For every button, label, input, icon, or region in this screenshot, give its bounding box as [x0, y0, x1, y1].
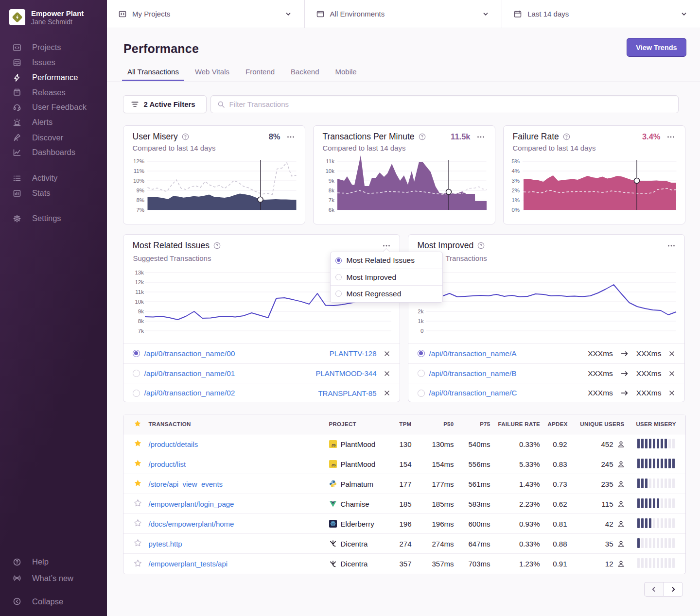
svg-text:3%: 3% [511, 178, 520, 184]
svg-text:8%: 8% [136, 197, 144, 203]
svg-text:9k: 9k [138, 308, 143, 314]
svg-text:11k: 11k [135, 289, 144, 295]
svg-text:1%: 1% [511, 197, 520, 203]
svg-text:10k: 10k [325, 168, 334, 174]
svg-text:10%: 10% [133, 178, 144, 184]
svg-text:12%: 12% [133, 158, 144, 164]
svg-text:10k: 10k [135, 299, 144, 305]
svg-text:9%: 9% [136, 188, 144, 193]
svg-text:6k: 6k [328, 207, 334, 213]
svg-text:8k: 8k [328, 188, 334, 193]
svg-text:13k: 13k [135, 270, 144, 275]
svg-text:9k: 9k [328, 178, 334, 184]
svg-text:2%: 2% [511, 188, 520, 193]
svg-text:JS: JS [331, 443, 335, 447]
svg-text:7k: 7k [328, 197, 334, 203]
svg-text:2k: 2k [418, 308, 423, 314]
svg-text:JS: JS [331, 463, 335, 467]
svg-text:7%: 7% [136, 207, 144, 213]
svg-text:11%: 11% [133, 168, 144, 174]
svg-text:1k: 1k [418, 318, 423, 324]
svg-text:0%: 0% [511, 207, 520, 213]
svg-text:11k: 11k [326, 158, 334, 164]
svg-text:4%: 4% [511, 168, 520, 174]
svg-text:0: 0 [420, 328, 423, 334]
svg-text:7k: 7k [138, 328, 143, 334]
svg-text:8k: 8k [138, 318, 143, 324]
svg-text:5%: 5% [511, 158, 520, 164]
svg-text:12k: 12k [135, 279, 144, 285]
